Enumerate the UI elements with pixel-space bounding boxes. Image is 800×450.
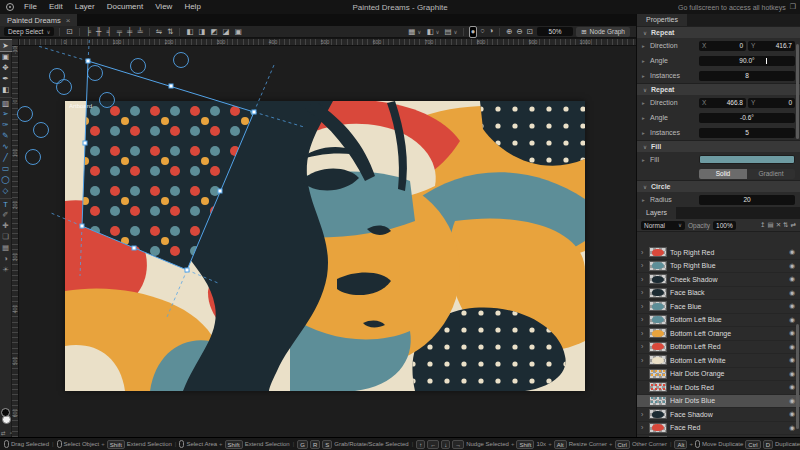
layer-row[interactable]: › Hair Dots Blue ◉ <box>637 395 800 409</box>
artboard-tool[interactable]: ▣ <box>0 51 12 62</box>
clone-tool[interactable]: ❏ <box>0 231 12 242</box>
node-graph-button[interactable]: ⊞ Node Graph <box>576 27 630 37</box>
align-right-icon[interactable]: ╡ <box>105 27 112 37</box>
freehand-tool[interactable]: ✎ <box>0 130 12 141</box>
navigate-tool[interactable]: ✥ <box>0 62 12 73</box>
text-tool[interactable]: T <box>0 198 12 209</box>
align-center-horizontal-icon[interactable]: ╫ <box>95 27 102 37</box>
display-outline-toggle[interactable]: ○ <box>479 26 486 38</box>
layer-row[interactable]: › Bottom Left Orange ◉ <box>637 327 800 341</box>
layer-row[interactable]: › Bottom Left Red ◉ <box>637 341 800 355</box>
zoom-out-button[interactable]: ⊖ <box>516 27 524 37</box>
visibility-eye-icon[interactable]: ◉ <box>789 316 795 324</box>
display-split-toggle[interactable]: ◑ <box>488 26 495 38</box>
visibility-eye-icon[interactable]: ◉ <box>789 289 795 297</box>
section-circle[interactable]: ∨ Circle <box>637 180 800 192</box>
layer-row[interactable]: › Face Shadow ◉ <box>637 408 800 422</box>
fill-color-swatch[interactable] <box>699 155 795 164</box>
visibility-eye-icon[interactable]: ◉ <box>789 302 795 310</box>
zoom-fit-button[interactable]: ⊡ <box>526 27 534 37</box>
visibility-eye-icon[interactable]: ◉ <box>789 356 795 364</box>
tab-layers[interactable]: Layers <box>637 207 676 219</box>
radius-field[interactable]: 20 <box>699 195 795 205</box>
swap-swatches-icon[interactable]: ⇄ <box>1 430 6 436</box>
expand-arrow-icon[interactable]: › <box>641 262 646 269</box>
boolean-intersect-icon[interactable]: ◪ <box>222 27 231 37</box>
align-bottom-icon[interactable]: ╧ <box>136 27 143 37</box>
pivot-reference-icon[interactable]: ⊡ <box>65 27 73 37</box>
blend-mode-dropdown[interactable]: Normal ∨ <box>641 221 685 230</box>
layer-row[interactable]: › Bottom Left White ◉ <box>637 354 800 368</box>
angle-field[interactable]: -0.6° <box>699 113 795 123</box>
tab-close-icon[interactable]: × <box>66 16 71 25</box>
eyedropper-tool[interactable]: ✒ <box>0 73 12 84</box>
align-top-icon[interactable]: ╤ <box>116 27 123 37</box>
expand-arrow-icon[interactable]: › <box>641 424 646 431</box>
rectangle-tool[interactable]: ▭ <box>0 163 12 174</box>
direction-x-field[interactable]: X0 <box>699 41 746 51</box>
detail-tool[interactable]: ◑ <box>0 253 12 264</box>
visibility-eye-icon[interactable]: ◉ <box>789 262 795 270</box>
gradient-button[interactable]: Gradient <box>747 169 795 179</box>
ellipse-tool[interactable]: ◯ <box>0 174 12 185</box>
visibility-eye-icon[interactable]: ◉ <box>789 424 795 432</box>
angle-field[interactable]: 90.0° <box>699 56 795 66</box>
expand-arrow-icon[interactable]: › <box>641 343 646 350</box>
graphite-logo-icon[interactable] <box>6 3 14 11</box>
spline-tool[interactable]: ∿ <box>0 141 12 152</box>
visibility-eye-icon[interactable]: ◉ <box>789 370 795 378</box>
fill-tool[interactable]: ◧ <box>0 84 12 95</box>
align-center-vertical-icon[interactable]: ╪ <box>126 27 133 37</box>
expand-arrow-icon[interactable]: › <box>641 289 646 296</box>
expand-arrow-icon[interactable]: › <box>641 276 646 283</box>
display-solid-toggle[interactable]: ● <box>469 26 478 38</box>
brush-tool[interactable]: ✐ <box>0 209 12 220</box>
visibility-eye-icon[interactable]: ◉ <box>789 275 795 283</box>
canvas-viewport[interactable]: -10001002003004005006007008009001000 -10… <box>12 39 636 437</box>
layer-row[interactable]: › Face Blue ◉ <box>637 300 800 314</box>
direction-x-field[interactable]: X466.8 <box>699 98 746 108</box>
layer-row[interactable]: › Top Right Blue ◉ <box>637 260 800 274</box>
visibility-eye-icon[interactable]: ◉ <box>789 329 795 337</box>
menu-help[interactable]: Help <box>178 0 206 14</box>
menu-file[interactable]: File <box>18 0 43 14</box>
layer-row[interactable]: › Face Red ◉ <box>637 422 800 436</box>
zoom-level-field[interactable]: 50% <box>537 27 573 36</box>
fullscreen-icon[interactable]: ❒ <box>790 3 796 11</box>
visibility-eye-icon[interactable]: ◉ <box>789 410 795 418</box>
menu-edit[interactable]: Edit <box>43 0 69 14</box>
polygon-tool[interactable]: ◇ <box>0 185 12 196</box>
boolean-union-icon[interactable]: ◧ <box>185 27 194 37</box>
zoom-in-button[interactable]: ⊕ <box>505 27 513 37</box>
delete-layer-icon[interactable]: ✕ <box>776 221 781 229</box>
patch-tool[interactable]: ▦ <box>0 242 12 253</box>
visibility-eye-icon[interactable]: ◉ <box>789 343 795 351</box>
layer-row[interactable]: › Face Black ◉ <box>637 287 800 301</box>
selection-mode-dropdown[interactable]: Deep Select ∨ <box>4 27 54 36</box>
opacity-field[interactable]: 100% <box>713 221 736 230</box>
layer-row[interactable]: › Bottom Left Blue ◉ <box>637 314 800 328</box>
boolean-subtract-back-icon[interactable]: ◩ <box>210 27 219 37</box>
gradient-tool[interactable]: ▥ <box>0 97 12 108</box>
visibility-eye-icon[interactable]: ◉ <box>789 397 795 405</box>
layer-row[interactable]: › Hair Dots Orange ◉ <box>637 368 800 382</box>
relight-tool[interactable]: ☀ <box>0 264 12 275</box>
expand-arrow-icon[interactable]: › <box>641 330 646 337</box>
expand-arrow-icon[interactable]: › <box>641 316 646 323</box>
path-tool[interactable]: ➢ <box>0 108 12 119</box>
new-folder-icon[interactable]: ▤ <box>767 221 773 229</box>
visibility-eye-icon[interactable]: ◉ <box>789 383 795 391</box>
expand-arrow-icon[interactable]: › <box>641 303 646 310</box>
artboard[interactable] <box>65 101 585 391</box>
tab-properties[interactable]: Properties <box>637 14 687 26</box>
line-tool[interactable]: ╱ <box>0 152 12 163</box>
view-mode-dropdown[interactable]: ▦∨ <box>407 27 421 37</box>
expand-arrow-icon[interactable]: › <box>641 411 646 418</box>
menu-document[interactable]: Document <box>101 0 149 14</box>
section-repeat-2[interactable]: ∨ Repeat <box>637 83 800 95</box>
fill-swatch[interactable] <box>1 408 10 417</box>
heal-tool[interactable]: ✚ <box>0 220 12 231</box>
boolean-difference-icon[interactable]: ▣ <box>234 27 243 37</box>
tab-painted-dreams[interactable]: Painted Dreams × <box>0 14 77 26</box>
overlay-mode-dropdown[interactable]: ▤∨ <box>444 27 458 37</box>
